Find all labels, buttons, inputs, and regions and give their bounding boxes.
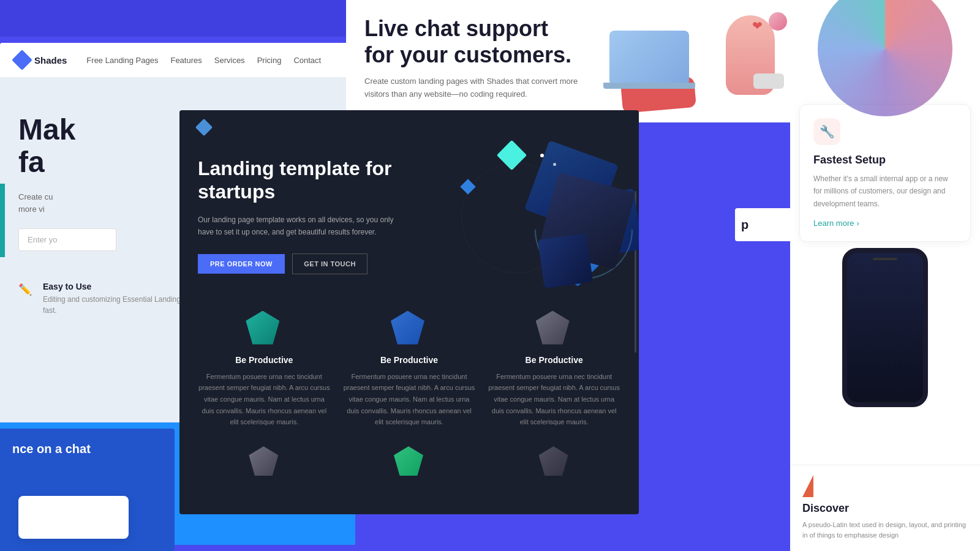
dark-feature-item-5 — [343, 446, 476, 477]
bottom-left-text: nce on a chat — [0, 429, 175, 469]
card-title: Fastest Setup — [813, 154, 957, 167]
learn-more-text: Learn more — [813, 219, 854, 228]
nav-link-pricing[interactable]: Pricing — [257, 56, 282, 65]
triangle-icon — [802, 475, 813, 497]
gem-green-icon — [394, 446, 423, 476]
card-icon-circle: 🔧 — [813, 118, 840, 145]
dark-feature-title-1: Be Productive — [198, 355, 331, 365]
discover-title: Discover — [802, 502, 968, 515]
tools-icon: 🔧 — [820, 124, 835, 139]
laptop-screen — [609, 31, 689, 86]
light-email-input[interactable]: Enter yo — [18, 228, 116, 251]
right-panel-top — [790, 0, 980, 98]
gem-gray3-icon — [539, 446, 568, 476]
light-nav: Shades Free Landing Pages Features Servi… — [0, 43, 355, 77]
gem-gray2-icon — [249, 446, 278, 476]
dark-hero-heading: Landing template for startups — [198, 157, 394, 204]
chat-illustration: ❤ — [609, 12, 793, 122]
right-panel: 🔧 Fastest Setup Whether it's a small int… — [790, 0, 980, 551]
nav-link-services[interactable]: Services — [214, 56, 245, 65]
circle-decoration — [818, 0, 952, 116]
nav-link-contact[interactable]: Contact — [293, 56, 321, 65]
dark-feature-desc-2: Fermentum posuere urna nec tincidunt pra… — [343, 371, 476, 428]
dark-3d-shapes — [388, 132, 639, 328]
dark-features-row2 — [179, 440, 639, 483]
dark-feature-title-3: Be Productive — [488, 355, 620, 365]
partial-text-up: p — [741, 217, 784, 232]
phone-mockup — [842, 248, 928, 407]
chat-heading: Live chat support for your customers. — [364, 15, 585, 68]
dark-cube-medium — [538, 233, 593, 288]
dark-logo-diamond-icon — [195, 119, 213, 136]
pencil-icon: ✏️ — [18, 283, 36, 300]
dark-feature-item-4 — [198, 446, 331, 477]
discover-desc: A pseudo-Latin text used in design, layo… — [802, 520, 968, 541]
gem-teal-icon — [246, 311, 279, 345]
teal-accent-line — [0, 184, 5, 257]
chevron-right-icon: › — [856, 219, 859, 228]
dot-shape-2 — [553, 163, 556, 166]
laptop-base — [603, 83, 695, 89]
chat-heading-line2: for your customers. — [364, 42, 571, 67]
dark-feature-item-3: Be Productive Fermentum posuere urna nec… — [488, 311, 620, 428]
chat-heading-line1: Live chat support — [364, 16, 548, 41]
dark-feature-title-2: Be Productive — [343, 355, 476, 365]
chat-bubble-white — [753, 73, 784, 89]
logo-diamond-icon — [12, 50, 32, 70]
dark-feature-icon-5 — [394, 446, 424, 477]
dark-feature-desc-1: Fermentum posuere urna nec tincidunt pra… — [198, 371, 331, 428]
light-nav-links: Free Landing Pages Features Services Pri… — [86, 56, 321, 65]
logo-text: Shades — [34, 55, 67, 66]
discover-section: Discover A pseudo-Latin text used in des… — [790, 465, 980, 551]
dark-heading-line1: Landing template for — [198, 157, 391, 179]
right-panel-phone-area — [790, 248, 980, 297]
dark-hero: Landing template for startups Our landin… — [179, 144, 639, 293]
dark-contact-button[interactable]: GET IN TOUCH — [292, 253, 368, 274]
dark-preorder-button[interactable]: PRE ORDER NOW — [198, 254, 285, 274]
heart-icon: ❤ — [752, 18, 763, 33]
layer-chat-page: Live chat support for your customers. Cr… — [346, 0, 812, 122]
layer-dark-page: Landing template for startups Our landin… — [179, 110, 639, 514]
dark-feature-icon-4 — [249, 446, 279, 477]
dark-feature-desc-3: Fermentum posuere urna nec tincidunt pra… — [488, 371, 620, 428]
layer-bottom-left: nce on a chat — [0, 429, 175, 551]
fastest-setup-card: 🔧 Fastest Setup Whether it's a small int… — [799, 104, 971, 242]
light-hero-desc: Create cumore vi — [18, 191, 202, 217]
learn-more-link[interactable]: Learn more › — [813, 219, 957, 228]
chat-figure-head — [769, 12, 787, 31]
bottom-left-white-card — [18, 496, 129, 539]
dark-hero-text: Landing template for startups Our landin… — [198, 157, 394, 274]
nav-link-features[interactable]: Features — [170, 56, 202, 65]
chat-desc: Create custom landing pages with Shades … — [364, 75, 585, 101]
dark-feature-item-1: Be Productive Fermentum posuere urna nec… — [198, 311, 331, 428]
dark-feature-icon-6 — [539, 446, 570, 477]
dark-heading-line2: startups — [198, 181, 275, 203]
dark-feature-icon-1 — [246, 311, 282, 348]
phone-notch — [873, 258, 897, 260]
dark-hero-desc: Our landing page template works on all d… — [198, 214, 394, 239]
chat-content: Live chat support for your customers. Cr… — [364, 12, 585, 122]
dark-feature-item-2: Be Productive Fermentum posuere urna nec… — [343, 311, 476, 428]
dot-shape-1 — [540, 154, 544, 157]
dark-feature-item-6 — [488, 446, 620, 477]
discover-icon — [802, 475, 824, 497]
nav-link-free[interactable]: Free Landing Pages — [86, 56, 158, 65]
card-desc: Whether it's a small internal app or a n… — [813, 173, 957, 210]
phone-screen — [847, 253, 923, 402]
partial-right-page: p — [735, 208, 790, 241]
light-logo: Shades — [15, 53, 67, 67]
